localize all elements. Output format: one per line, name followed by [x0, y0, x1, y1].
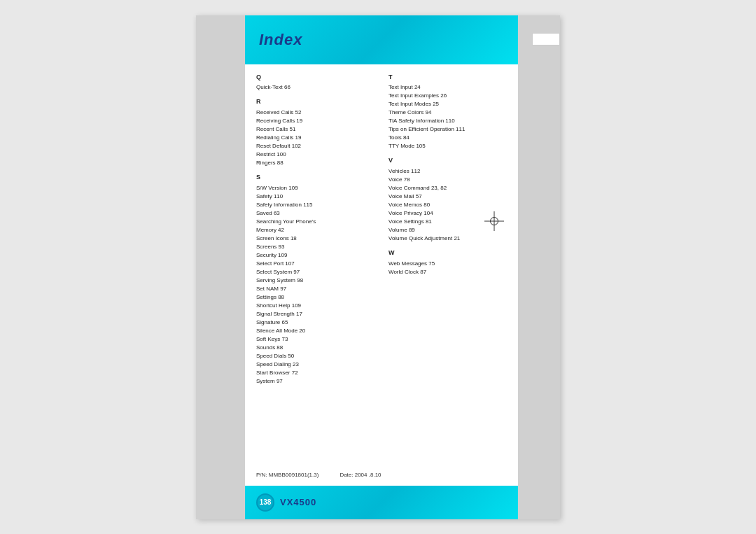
index-entry: Theme Colors 94: [388, 108, 507, 117]
index-entry: Quick-Text 66: [256, 83, 374, 92]
index-entry: Voice Memos 80: [388, 201, 507, 209]
index-entry: Volume Quick Adjustment 21: [388, 234, 507, 243]
page: Index QQuick-Text 66RReceived Calls 52Re…: [196, 15, 560, 519]
index-entry: Safety 110: [256, 192, 374, 201]
index-entry: TIA Safety Information 110: [388, 117, 507, 125]
index-entry: Received Calls 52: [256, 108, 374, 117]
index-entry: Signal Strength 17: [256, 310, 374, 318]
index-entry: Redialing Calls 19: [256, 134, 374, 142]
index-entry: Security 109: [256, 251, 374, 260]
section-letter-w: W: [388, 248, 507, 258]
index-entry: Reset Default 102: [256, 142, 374, 150]
section-letter-r: R: [256, 97, 374, 107]
crosshair-circle: [490, 217, 498, 225]
left-column: QQuick-Text 66RReceived Calls 52Receivin…: [256, 73, 374, 480]
section-letter-v: V: [388, 156, 507, 166]
index-entry: Voice 78: [388, 176, 507, 184]
index-entry: Soft Keys 73: [256, 335, 374, 344]
footer-info: P/N: MMBB0091801(1.3) Date: 2004 .8.10: [245, 469, 518, 482]
page-title: Index: [259, 31, 302, 49]
index-entry: Text Input Examples 26: [388, 92, 507, 100]
index-entry: Screens 93: [256, 243, 374, 251]
index-entry: Start Browser 72: [256, 369, 374, 377]
page-number-circle: 138: [256, 493, 274, 512]
index-entry: Text Input 24: [388, 83, 507, 92]
index-entry: Recent Calls 51: [256, 125, 374, 134]
section-letter-s: S: [256, 173, 374, 183]
index-entry: Speed Dials 50: [256, 352, 374, 360]
index-entry: Shortcut Help 109: [256, 302, 374, 310]
index-entry: Tools 84: [388, 134, 507, 142]
index-entry: S/W Version 109: [256, 184, 374, 192]
right-sidebar: [518, 15, 560, 519]
index-entry: World Clock 87: [388, 268, 507, 276]
index-entry: Web Messages 75: [388, 260, 507, 268]
index-entry: Ringers 88: [256, 159, 374, 167]
index-entry: Select Port 107: [256, 260, 374, 268]
crosshair-icon: [484, 211, 504, 231]
index-entry: Signature 65: [256, 318, 374, 327]
page-tab-top: [532, 33, 560, 45]
index-entry: Receiving Calls 19: [256, 117, 374, 125]
index-entry: Text Input Modes 25: [388, 100, 507, 108]
date: Date: 2004 .8.10: [340, 472, 381, 478]
index-entry: Serving System 98: [256, 276, 374, 285]
index-entry: Select System 97: [256, 268, 374, 276]
crosshair-container: [484, 211, 504, 231]
index-entry: Memory 42: [256, 226, 374, 234]
main-content: QQuick-Text 66RReceived Calls 52Receivin…: [245, 64, 518, 486]
index-entry: Silence All Mode 20: [256, 327, 374, 335]
index-entry: System 97: [256, 377, 374, 386]
model-name: VX4500: [280, 497, 316, 507]
index-entry: Restrict 100: [256, 150, 374, 159]
section-letter-t: T: [388, 73, 507, 83]
index-entry: Vehicles 112: [388, 167, 507, 176]
index-entry: Saved 63: [256, 209, 374, 218]
index-entry: Tips on Efficient Operation 111: [388, 125, 507, 134]
index-entry: Settings 88: [256, 293, 374, 302]
index-entry: Voice Command 23, 82: [388, 184, 507, 192]
index-entry: Safety Information 115: [256, 201, 374, 209]
index-entry: Set NAM 97: [256, 285, 374, 293]
index-entry: Sounds 88: [256, 344, 374, 352]
part-number: P/N: MMBB0091801(1.3): [256, 472, 318, 478]
index-entry: Screen Icons 18: [256, 234, 374, 243]
index-entry: Speed Dialing 23: [256, 360, 374, 369]
header-banner: Index: [245, 15, 518, 64]
index-entry: TTY Mode 105: [388, 142, 507, 150]
footer-banner: 138 VX4500: [245, 486, 518, 519]
index-entry: Voice Mail 57: [388, 192, 507, 201]
right-column: TText Input 24Text Input Examples 26Text…: [388, 73, 507, 480]
section-letter-q: Q: [256, 73, 374, 83]
left-sidebar: [196, 15, 245, 519]
index-entry: Searching Your Phone's: [256, 218, 374, 226]
